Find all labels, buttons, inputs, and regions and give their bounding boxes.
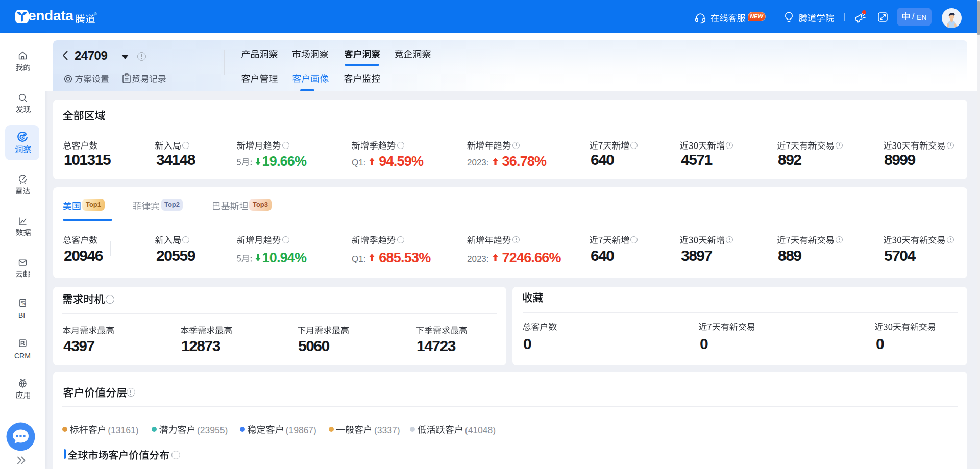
svg-text:BI: BI xyxy=(22,303,26,306)
